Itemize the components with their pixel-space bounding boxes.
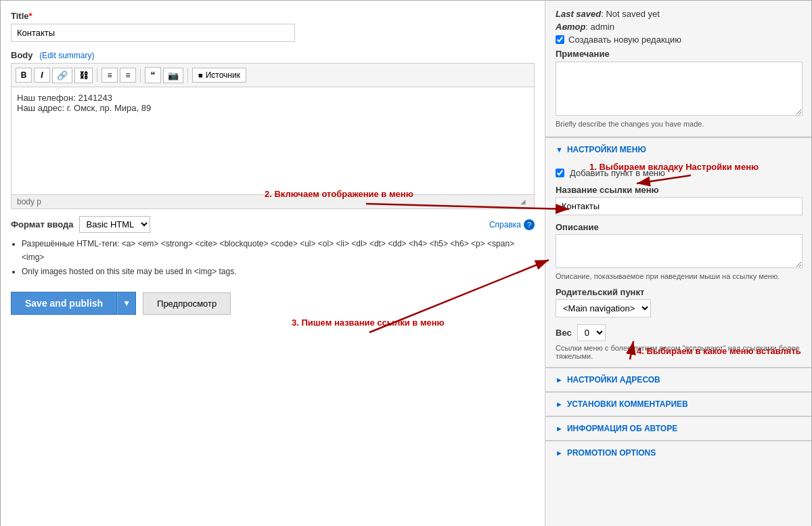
- primechanie-hint: Briefly describe the changes you have ma…: [556, 120, 803, 128]
- parent-group: Родительский пункт <Main navigation>: [556, 287, 803, 317]
- title-text: Title: [11, 11, 29, 21]
- weight-group: Вес 0 Ссылки меню с более легким весом "…: [556, 324, 803, 360]
- description-label: Описание: [556, 222, 803, 232]
- format-label: Формат ввода: [11, 219, 74, 229]
- format-select[interactable]: Basic HTML: [79, 216, 150, 233]
- resize-handle[interactable]: ◢: [520, 198, 528, 206]
- editor-toolbar: B I 🔗 ⛓ ≡ ≡ “ 📷 ■ Источник: [11, 63, 535, 87]
- last-saved-value: Not saved yet: [606, 9, 660, 19]
- addr-settings-header[interactable]: ► НАСТРОЙКИ АДРЕСОВ: [545, 368, 812, 391]
- primechanie-textarea[interactable]: [556, 62, 803, 116]
- toolbar-sep1: [97, 68, 97, 82]
- description-textarea[interactable]: [556, 234, 803, 268]
- new-revision-label: Создавать новую редакцию: [568, 35, 681, 45]
- addr-settings-title: НАСТРОЙКИ АДРЕСОВ: [567, 375, 660, 385]
- body-text: Body: [11, 50, 33, 60]
- comments-section: ► УСТАНОВКИ КОММЕНТАРИЕВ: [545, 391, 812, 416]
- body-label: Body (Edit summary): [11, 50, 535, 60]
- description-group: Описание Описание, показываемое при наве…: [556, 222, 803, 280]
- meta-section: Last saved: Not saved yet Автор: admin С…: [545, 1, 812, 137]
- menu-settings-title: НАСТРОЙКИ МЕНЮ: [567, 145, 646, 154]
- right-panel: Last saved: Not saved yet Автор: admin С…: [545, 1, 812, 526]
- comments-arrow: ►: [556, 400, 563, 408]
- preview-button[interactable]: Предпросмотр: [143, 292, 231, 315]
- actions-row: Save and publish ▼ Предпросмотр: [11, 292, 535, 315]
- image-button[interactable]: 📷: [163, 68, 183, 83]
- menu-settings-content: Добавить пункт в меню Название ссылки ме…: [545, 161, 812, 367]
- save-btn-group: Save and publish ▼: [11, 292, 136, 315]
- source-button[interactable]: ■ Источник: [192, 68, 246, 83]
- save-dropdown-button[interactable]: ▼: [117, 292, 136, 315]
- promotion-title: PROMOTION OPTIONS: [567, 448, 656, 458]
- add-menu-checkbox[interactable]: [556, 169, 564, 177]
- help-icon[interactable]: ?: [524, 219, 535, 230]
- format-row: Формат ввода Basic HTML Справка ?: [11, 216, 535, 233]
- editor-area[interactable]: Наш телефон: 2141243 Наш адрес: г. Омск,…: [11, 87, 535, 195]
- edit-summary-link[interactable]: (Edit summary): [39, 51, 94, 60]
- menu-link-name-input[interactable]: [556, 197, 803, 215]
- weight-row: Вес 0: [556, 324, 803, 341]
- author-info-section: ► ИНФОРМАЦИЯ ОБ АВТОРЕ: [545, 416, 812, 440]
- unlink-button[interactable]: ⛓: [74, 68, 93, 83]
- quote-button[interactable]: “: [145, 67, 161, 83]
- menu-settings-header[interactable]: ▼ НАСТРОЙКИ МЕНЮ: [545, 138, 812, 161]
- editor-line2: Наш адрес: г. Омск, пр. Мира, 89: [17, 103, 528, 113]
- author-label: Автор: [556, 22, 585, 32]
- menu-settings-arrow: ▼: [556, 146, 563, 154]
- new-revision-row: Создавать новую редакцию: [556, 35, 803, 45]
- author-info-title: ИНФОРМАЦИЯ ОБ АВТОРЕ: [567, 424, 677, 433]
- comments-header[interactable]: ► УСТАНОВКИ КОММЕНТАРИЕВ: [545, 393, 812, 416]
- addr-settings-arrow: ►: [556, 376, 563, 384]
- add-menu-row: Добавить пункт в меню: [556, 168, 803, 178]
- new-revision-checkbox[interactable]: [556, 35, 564, 44]
- weight-label: Вес: [556, 328, 572, 338]
- source-label: Источник: [206, 70, 240, 80]
- last-saved-label: Last saved: [556, 9, 601, 19]
- title-required: *: [29, 11, 32, 21]
- toolbar-sep3: [187, 68, 188, 82]
- promotion-header[interactable]: ► PROMOTION OPTIONS: [545, 441, 812, 464]
- weight-select[interactable]: 0: [577, 324, 606, 341]
- save-publish-button[interactable]: Save and publish: [11, 292, 117, 315]
- author-row: Автор: admin: [556, 22, 803, 32]
- statusbar-text: body p: [17, 197, 41, 206]
- toolbar-sep2: [140, 68, 141, 82]
- menu-link-name-group: Название ссылки меню: [556, 185, 803, 215]
- primechanie-label: Примечание: [556, 49, 803, 59]
- author-value: admin: [591, 22, 614, 32]
- italic-button[interactable]: I: [34, 68, 50, 83]
- promotion-section: ► PROMOTION OPTIONS: [545, 440, 812, 464]
- ol-button[interactable]: ≡: [120, 68, 136, 83]
- comments-title: УСТАНОВКИ КОММЕНТАРИЕВ: [567, 399, 688, 409]
- format-info: Разрешённые HTML-теги: <a> <em> <strong>…: [11, 237, 535, 278]
- parent-select[interactable]: <Main navigation>: [556, 299, 651, 317]
- promotion-arrow: ►: [556, 449, 563, 457]
- title-input[interactable]: [11, 24, 295, 42]
- editor-statusbar: body p ◢: [11, 195, 535, 209]
- addr-settings-section: ► НАСТРОЙКИ АДРЕСОВ: [545, 367, 812, 391]
- weight-hint: Ссылки меню с более легким весом "всплыв…: [556, 344, 803, 360]
- ul-button[interactable]: ≡: [102, 68, 118, 83]
- format-info-item1: Разрешённые HTML-теги: <a> <em> <strong>…: [22, 237, 535, 265]
- menu-link-name-label: Название ссылки меню: [556, 185, 803, 195]
- last-saved-row: Last saved: Not saved yet: [556, 9, 803, 19]
- bold-button[interactable]: B: [16, 68, 32, 83]
- editor-line1: Наш телефон: 2141243: [17, 93, 528, 103]
- format-info-item2: Only images hosted on this site may be u…: [22, 265, 535, 278]
- format-help-link[interactable]: Справка: [489, 220, 521, 229]
- title-label: Title*: [11, 11, 535, 21]
- link-button[interactable]: 🔗: [52, 68, 72, 83]
- author-info-arrow: ►: [556, 424, 563, 433]
- menu-settings-section: ▼ НАСТРОЙКИ МЕНЮ Добавить пункт в меню Н…: [545, 137, 812, 367]
- description-hint: Описание, показываемое при наведении мыш…: [556, 272, 803, 280]
- add-menu-label: Добавить пункт в меню: [570, 168, 665, 178]
- parent-label: Родительский пункт: [556, 287, 803, 297]
- author-info-header[interactable]: ► ИНФОРМАЦИЯ ОБ АВТОРЕ: [545, 417, 812, 440]
